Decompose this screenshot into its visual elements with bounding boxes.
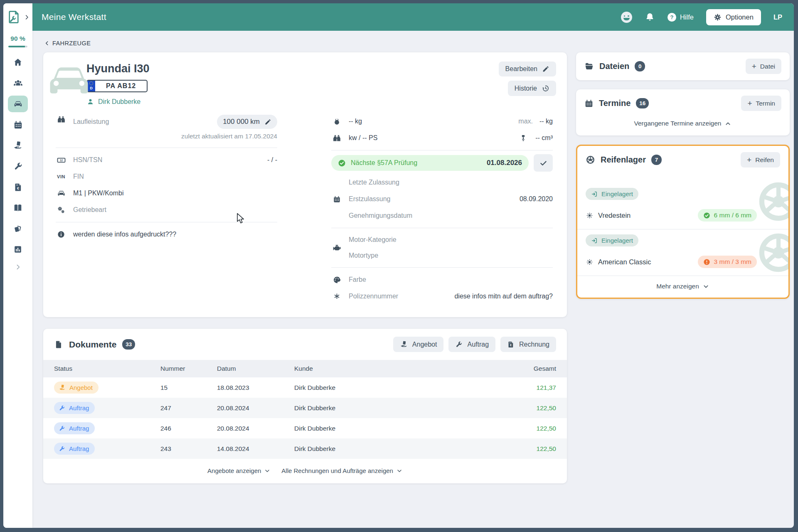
new-rechnung-button[interactable]: Rechnung — [500, 337, 556, 352]
add-file-button[interactable]: + Datei — [746, 59, 781, 74]
divider — [56, 222, 277, 222]
sidebar-expand-chevron-icon[interactable] — [24, 14, 30, 20]
sidebar-more-chevron-icon[interactable] — [15, 264, 22, 271]
past-appointments-link[interactable]: Vergangene Termine anzeigen — [576, 117, 790, 135]
vehicle-class-value: M1 | PKW/Kombi — [73, 190, 124, 197]
topbar: Meine Werkstatt ? Hilfe Optionen LP — [32, 3, 794, 31]
vehicle-note: werden diese infos aufgedruckt??? — [73, 231, 176, 238]
tires-count-badge: 7 — [651, 155, 662, 165]
edit-label: Bearbeiten — [505, 65, 537, 73]
table-row[interactable]: Auftrag 247 20.08.2024 Dirk Dubberke 122… — [43, 398, 567, 418]
last-registration-label: Letzte Zulassung — [349, 179, 399, 186]
help-button[interactable]: ? Hilfe — [667, 13, 694, 22]
binoculars-icon — [56, 115, 66, 124]
add-appointment-button[interactable]: + Termin — [741, 96, 781, 111]
hsn-row: HSN/TSN - / - — [56, 152, 277, 168]
inspection-date: 01.08.2026 — [487, 159, 522, 167]
calendar-icon — [13, 120, 23, 130]
pencil-icon — [264, 118, 271, 126]
column-status: Status — [54, 365, 160, 372]
sidebar-item-workshop[interactable] — [8, 158, 28, 175]
sidebar-item-vehicles[interactable] — [8, 96, 28, 112]
user-avatar[interactable]: LP — [773, 13, 782, 21]
inspection-confirm-button[interactable] — [534, 154, 553, 172]
edit-button[interactable]: Bearbeiten — [499, 62, 556, 76]
doc-date: 20.08.2024 — [217, 404, 294, 412]
chevron-up-icon — [724, 120, 732, 127]
files-card: Dateien 0 + Datei — [576, 52, 790, 80]
warning-circle-icon — [703, 259, 710, 266]
app-title: Meine Werkstatt — [42, 12, 106, 22]
add-tire-button[interactable]: + Reifen — [741, 152, 780, 167]
progress-percent: 90 % — [8, 35, 27, 42]
progress-bar — [8, 46, 27, 47]
tire-item[interactable]: Eingelagert American Classic 3 mm / 3 mm — [577, 229, 788, 276]
doc-customer: Dirk Dubberke — [294, 425, 506, 432]
doc-number: 246 — [160, 425, 217, 432]
doc-date: 18.08.2023 — [217, 384, 294, 392]
calendar-icon — [331, 195, 342, 203]
app-logo-icon — [6, 9, 22, 25]
piston-icon — [518, 134, 529, 142]
wheel-icon — [586, 155, 595, 165]
login-arrow-icon — [591, 237, 598, 244]
sidebar: 90 % — [3, 3, 32, 528]
tire-item[interactable]: Eingelagert Vredestein 6 mm / 6 mm — [577, 174, 788, 229]
column-total: Gesamt — [506, 365, 556, 372]
sidebar-item-reports[interactable] — [8, 241, 28, 258]
status-badge: Auftrag — [54, 402, 95, 414]
doc-total: 122,50 — [506, 445, 556, 453]
sidebar-item-home[interactable] — [8, 54, 28, 71]
doc-number: 243 — [160, 445, 217, 453]
wrench-icon — [59, 405, 65, 411]
show-more-tires-link[interactable]: Mehr anzeigen — [577, 276, 788, 298]
show-more-label: Mehr anzeigen — [656, 283, 699, 290]
sidebar-item-journal[interactable] — [8, 200, 28, 216]
feedback-smiley-icon[interactable] — [621, 12, 632, 23]
vehicle-details: Laufleistung 100 000 km zuletzt aktualis… — [43, 107, 567, 317]
tire-status-label: Eingelagert — [601, 237, 633, 244]
new-auftrag-button[interactable]: Auftrag — [448, 337, 495, 352]
status-badge: Auftrag — [54, 443, 95, 455]
notifications-bell-icon[interactable] — [645, 12, 655, 22]
breadcrumb-label: FAHRZEUGE — [52, 40, 91, 47]
sidebar-item-offers[interactable] — [8, 137, 28, 154]
palette-icon — [331, 276, 342, 284]
motor-block: Motor-Kategorie Motortype — [331, 232, 553, 264]
history-icon — [542, 84, 549, 92]
documents-table-header: Status Nummer Datum Kunde Gesamt — [43, 360, 567, 377]
sidebar-item-labels[interactable] — [8, 220, 28, 237]
show-all-invoices-link[interactable]: Alle Rechnungen und Aufträge anzeigen — [281, 467, 403, 474]
new-angebot-button[interactable]: Angebot — [393, 337, 444, 352]
inspection-status-pill: Nächste §57A Prüfung 01.08.2026 — [331, 155, 529, 171]
rechnung-button-label: Rechnung — [519, 341, 549, 348]
topbar-actions: ? Hilfe Optionen LP — [621, 9, 782, 25]
history-button[interactable]: Historie — [508, 81, 556, 96]
car-icon — [56, 189, 66, 198]
policy-label: Polizzennummer — [349, 293, 398, 300]
tire-name: Vredestein — [598, 212, 631, 219]
sidebar-item-calendar[interactable] — [8, 116, 28, 133]
offer-hand-icon — [13, 140, 23, 150]
files-count-badge: 0 — [635, 61, 645, 71]
table-row[interactable]: Auftrag 246 20.08.2024 Dirk Dubberke 122… — [43, 418, 567, 438]
vehicle-owner-link[interactable]: Dirk Dubberke — [86, 98, 554, 106]
documents-buttons: Angebot Auftrag Rechnung — [393, 337, 556, 352]
sidebar-item-customers[interactable] — [8, 75, 28, 91]
approval-date-label: Genehmigungsdatum — [349, 212, 412, 219]
table-row[interactable]: Auftrag 243 14.08.2024 Dirk Dubberke 122… — [43, 438, 567, 459]
add-appointment-label: Termin — [756, 100, 775, 107]
show-offers-link[interactable]: Angebote anzeigen — [207, 467, 271, 474]
mileage-value-pill[interactable]: 100 000 km — [217, 115, 277, 129]
show-all-invoices-label: Alle Rechnungen und Aufträge anzeigen — [281, 467, 393, 474]
mileage-row: Laufleistung 100 000 km zuletzt aktualis… — [56, 113, 277, 144]
pencil-icon — [542, 65, 549, 73]
options-button[interactable]: Optionen — [706, 9, 761, 25]
breadcrumb[interactable]: FAHRZEUGE — [44, 40, 790, 47]
table-row[interactable]: Angebot 15 18.08.2023 Dirk Dubberke 121,… — [43, 377, 567, 398]
last-registration-row: Letzte Zulassung — [331, 174, 553, 191]
tread-depth-pill: 6 mm / 6 mm — [698, 209, 757, 222]
sidebar-item-invoices[interactable] — [8, 179, 28, 195]
gearbox-label: Getriebeart — [73, 206, 106, 214]
hsn-label: HSN/TSN — [73, 156, 102, 164]
